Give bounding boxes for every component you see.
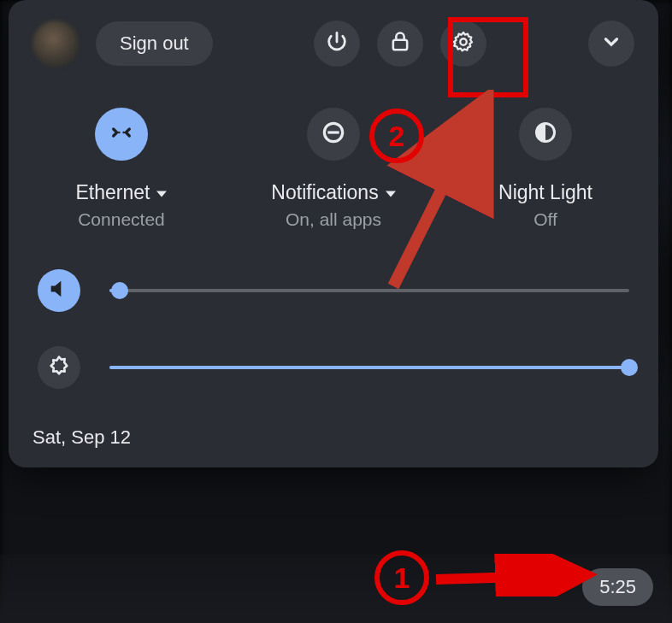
gear-icon (451, 30, 475, 57)
svg-rect-0 (393, 40, 407, 50)
taskbar: 5:25 (0, 555, 672, 623)
night-light-toggle[interactable] (519, 108, 572, 161)
avatar[interactable] (32, 21, 79, 67)
network-sub: Connected (36, 209, 207, 230)
svg-point-3 (122, 132, 125, 134)
quick-tiles: Ethernet Connected Notifications (32, 108, 634, 230)
network-title: Ethernet (76, 181, 150, 204)
notifications-tile: Notifications On, all apps (248, 108, 419, 230)
dropdown-caret-icon (156, 181, 167, 204)
collapse-button[interactable] (588, 21, 634, 67)
chevron-down-icon (600, 31, 622, 56)
night-light-icon (532, 119, 559, 150)
notifications-title: Notifications (271, 181, 378, 204)
svg-point-1 (461, 38, 467, 44)
status-clock[interactable]: 5:25 (582, 568, 653, 606)
brightness-row (32, 346, 634, 389)
night-light-sub: Off (460, 209, 631, 230)
notifications-title-button[interactable]: Notifications (271, 181, 395, 204)
brightness-button[interactable] (38, 346, 80, 389)
brightness-icon (47, 354, 71, 381)
notifications-sub: On, all apps (248, 209, 419, 230)
lock-button[interactable] (377, 21, 423, 67)
do-not-disturb-icon (320, 119, 347, 150)
power-icon (325, 30, 349, 57)
volume-slider[interactable] (109, 289, 629, 292)
sign-out-button[interactable]: Sign out (96, 21, 213, 66)
power-button[interactable] (314, 21, 360, 67)
quick-settings-panel: Sign out (9, 0, 658, 467)
night-light-tile: Night Light Off (460, 108, 631, 230)
network-title-button[interactable]: Ethernet (76, 181, 168, 204)
volume-mute-button[interactable] (38, 269, 80, 312)
night-light-title: Night Light (498, 181, 592, 204)
sign-out-label: Sign out (120, 32, 189, 55)
notifications-toggle[interactable] (307, 108, 360, 161)
volume-row (32, 269, 634, 312)
ethernet-icon (108, 119, 135, 150)
network-toggle[interactable] (95, 108, 148, 161)
network-tile: Ethernet Connected (36, 108, 207, 230)
dropdown-caret-icon (386, 181, 396, 204)
top-row: Sign out (32, 21, 634, 67)
svg-point-2 (118, 132, 121, 134)
settings-button[interactable] (440, 21, 486, 67)
brightness-slider[interactable] (109, 366, 629, 369)
lock-icon (388, 30, 412, 57)
night-light-title-button[interactable]: Night Light (498, 181, 592, 204)
date-text: Sat, Sep 12 (32, 426, 634, 449)
volume-icon (47, 277, 71, 304)
clock-text: 5:25 (599, 576, 636, 598)
